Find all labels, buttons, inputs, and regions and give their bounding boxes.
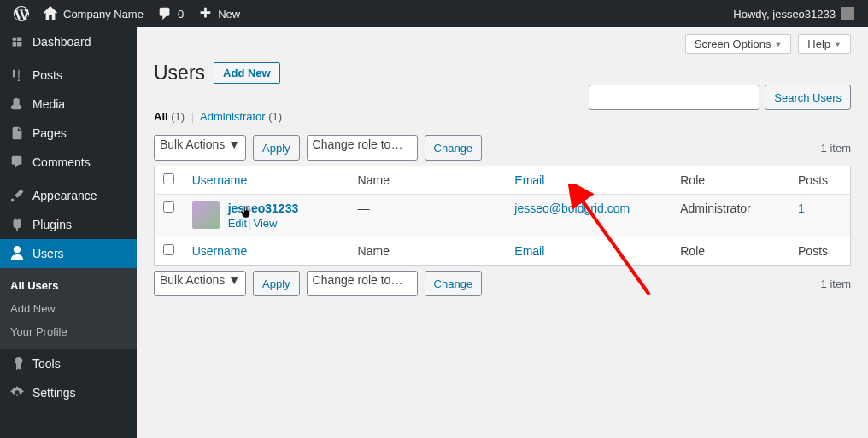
page-icon — [9, 126, 26, 141]
col-name-foot: Name — [349, 237, 507, 266]
table-row: jesseo31233 Edit|View — jesseo@boldgrid.… — [155, 195, 851, 237]
search-input[interactable] — [589, 85, 760, 110]
submenu-your-profile[interactable]: Your Profile — [0, 320, 137, 343]
change-button[interactable]: Change — [425, 135, 483, 161]
comments-link[interactable]: 0 — [150, 0, 191, 27]
filter-admin-count: (1) — [268, 110, 282, 123]
menu-appearance[interactable]: Appearance — [0, 181, 137, 210]
edit-link[interactable]: Edit — [228, 217, 247, 230]
menu-label: Tools — [32, 357, 61, 371]
menu-tools[interactable]: Tools — [0, 349, 137, 378]
bulk-actions-select[interactable]: Bulk Actions ▼ — [154, 135, 246, 161]
menu-label: Plugins — [32, 218, 72, 231]
user-role: Administrator — [672, 195, 789, 237]
item-count-bottom: 1 item — [821, 277, 851, 290]
filter-administrator[interactable]: Administrator — [200, 110, 266, 123]
page-title: Users — [154, 61, 205, 85]
comments-count: 0 — [178, 8, 184, 20]
row-checkbox[interactable] — [163, 201, 174, 213]
menu-label: Posts — [32, 68, 62, 82]
menu-dashboard[interactable]: Dashboard — [0, 27, 137, 56]
apply-button[interactable]: Apply — [253, 135, 300, 161]
menu-label: Appearance — [32, 189, 97, 202]
new-label: New — [218, 8, 240, 20]
col-role-foot: Role — [672, 237, 789, 266]
tab-label: Help — [807, 38, 830, 50]
col-email[interactable]: Email — [514, 173, 544, 187]
bulk-actions-select-bottom[interactable]: Bulk Actions ▼ — [154, 271, 246, 296]
admin-menu: Dashboard Posts Media Pages Comments App… — [0, 27, 137, 438]
brush-icon — [9, 188, 26, 203]
col-username-foot[interactable]: Username — [192, 244, 248, 258]
filter-label: All — [154, 110, 168, 123]
my-account[interactable]: Howdy, jesseo31233 — [726, 0, 861, 27]
pin-icon — [9, 67, 26, 83]
col-username[interactable]: Username — [192, 173, 248, 187]
user-username-link[interactable]: jesseo31233 — [228, 201, 299, 215]
site-name-text: Company Name — [63, 8, 144, 20]
user-avatar — [192, 201, 220, 229]
user-email[interactable]: jesseo@boldgrid.com — [514, 201, 630, 215]
menu-posts[interactable]: Posts — [0, 61, 137, 90]
item-count: 1 item — [821, 142, 851, 155]
submenu-all-users[interactable]: All Users — [0, 274, 137, 297]
menu-label: Comments — [32, 155, 91, 169]
menu-users[interactable]: Users — [0, 239, 137, 268]
help-tab[interactable]: Help — [798, 34, 851, 54]
submenu-users: All Users Add New Your Profile — [0, 268, 137, 349]
content-wrap: Screen Options Help Users Add New Search… — [137, 27, 868, 438]
col-posts-foot: Posts — [789, 237, 850, 266]
menu-pages[interactable]: Pages — [0, 119, 137, 148]
user-name: — — [349, 195, 507, 237]
menu-label: Dashboard — [32, 35, 91, 49]
view-link[interactable]: View — [253, 217, 277, 230]
wp-logo[interactable] — [7, 0, 36, 27]
col-name: Name — [349, 166, 507, 195]
menu-label: Pages — [32, 126, 67, 140]
user-posts-count[interactable]: 1 — [798, 201, 805, 215]
submenu-add-new[interactable]: Add New — [0, 297, 137, 320]
menu-label: Settings — [32, 386, 76, 400]
menu-comments[interactable]: Comments — [0, 148, 137, 177]
comment-icon — [157, 6, 173, 21]
wordpress-icon — [14, 6, 29, 21]
screen-options-tab[interactable]: Screen Options — [685, 34, 792, 54]
plus-icon — [197, 6, 213, 21]
new-content[interactable]: New — [191, 0, 247, 27]
add-new-button[interactable]: Add New — [214, 62, 280, 84]
change-role-select[interactable]: Change role to… ▼ — [307, 135, 418, 161]
col-role: Role — [672, 166, 789, 195]
tab-label: Screen Options — [695, 38, 771, 50]
site-name[interactable]: Company Name — [36, 0, 150, 27]
menu-label: Users — [32, 247, 64, 260]
apply-button-bottom[interactable]: Apply — [253, 271, 300, 296]
howdy-text: Howdy, jesseo31233 — [733, 8, 836, 20]
filter-all-count: (1) — [171, 110, 185, 123]
change-role-select-bottom[interactable]: Change role to… ▼ — [307, 271, 418, 296]
media-icon — [9, 96, 26, 112]
avatar — [841, 7, 854, 20]
wrench-icon — [9, 356, 26, 371]
change-button-bottom[interactable]: Change — [425, 271, 483, 296]
menu-plugins[interactable]: Plugins — [0, 210, 137, 239]
comment-icon — [9, 155, 26, 170]
home-icon — [43, 6, 58, 21]
select-all-checkbox[interactable] — [163, 173, 174, 184]
users-table: Username Name Email Role Posts jesseo312… — [154, 166, 851, 266]
user-icon — [9, 246, 26, 261]
menu-media[interactable]: Media — [0, 90, 137, 119]
col-posts: Posts — [789, 166, 850, 195]
select-all-checkbox-bottom[interactable] — [163, 244, 174, 255]
menu-settings[interactable]: Settings — [0, 378, 137, 407]
menu-label: Media — [32, 97, 65, 111]
search-users-button[interactable]: Search Users — [765, 85, 851, 110]
col-email-foot[interactable]: Email — [514, 244, 544, 258]
filter-all[interactable]: All — [154, 110, 168, 123]
plugin-icon — [9, 217, 26, 232]
dashboard-icon — [9, 34, 26, 50]
admin-bar: Company Name 0 New Howdy, jesseo31233 — [0, 0, 868, 27]
settings-icon — [9, 385, 26, 400]
